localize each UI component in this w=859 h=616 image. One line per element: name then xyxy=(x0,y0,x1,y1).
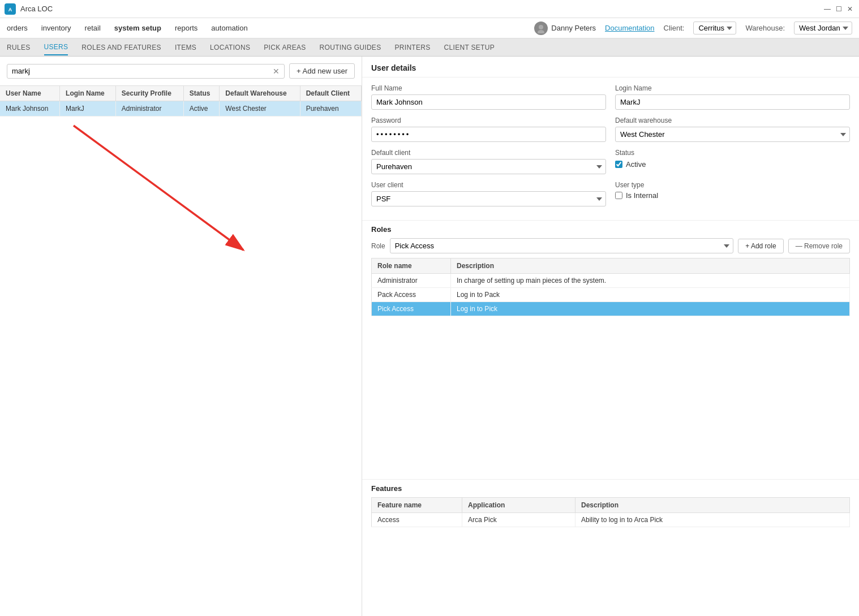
default-warehouse-group: Default warehouse West Chester xyxy=(615,117,850,142)
role-name-cell: Pick Access xyxy=(372,302,451,316)
nav-inventory[interactable]: inventory xyxy=(41,20,71,36)
svg-point-3 xyxy=(538,30,544,33)
user-table: User Name Login Name Security Profile St… xyxy=(0,86,362,117)
user-table-wrapper: User Name Login Name Security Profile St… xyxy=(0,86,362,616)
col-role-name: Role name xyxy=(372,259,451,274)
subnav-roles-features[interactable]: ROLES AND FEATURES xyxy=(81,40,161,55)
search-bar: ✕ + Add new user xyxy=(0,57,362,86)
status-label: Status xyxy=(615,149,850,157)
titlebar-left: A Arca LOC xyxy=(5,3,53,15)
subnav: RULES USERS ROLES AND FEATURES ITEMS LOC… xyxy=(0,38,859,57)
nav-automation[interactable]: automation xyxy=(211,20,247,36)
svg-text:A: A xyxy=(8,7,12,12)
role-desc-cell: Log in to Pack xyxy=(451,288,850,302)
features-table-header-row: Feature name Application Description xyxy=(372,498,850,513)
col-security-profile: Security Profile xyxy=(115,86,183,101)
features-section: Features Feature name Application Descri… xyxy=(362,479,859,532)
is-internal-label: Is Internal xyxy=(626,191,658,200)
role-label: Role xyxy=(371,242,385,250)
cell-default-client: Purehaven xyxy=(300,101,361,117)
form-row-password: Password Default warehouse West Chester xyxy=(371,117,850,142)
user-details-header: User details xyxy=(362,57,859,77)
features-header: Features xyxy=(371,484,850,493)
nav-orders[interactable]: orders xyxy=(7,20,28,36)
roles-header: Roles xyxy=(371,225,850,234)
role-controls: Role Pick Access Administrator Pack Acce… xyxy=(371,238,850,253)
client-select[interactable]: Cerritus xyxy=(693,21,736,35)
subnav-client-setup[interactable]: CLIENT SETUP xyxy=(444,40,495,55)
user-info: Danny Peters xyxy=(534,21,596,35)
cell-login-name: MarkJ xyxy=(60,101,116,117)
table-row[interactable]: Mark Johnson MarkJ Administrator Active … xyxy=(0,101,362,117)
table-row[interactable]: Administrator In charge of setting up ma… xyxy=(372,274,850,288)
subnav-locations[interactable]: LOCATIONS xyxy=(210,40,250,55)
status-active-checkbox[interactable] xyxy=(615,161,622,168)
subnav-pick-areas[interactable]: PICK AREAS xyxy=(264,40,306,55)
main-content: ✕ + Add new user User Name Login Name Se… xyxy=(0,57,859,616)
role-desc-cell: Log in to Pick xyxy=(451,302,850,316)
menubar: orders inventory retail system setup rep… xyxy=(0,18,859,38)
close-button[interactable]: ✕ xyxy=(845,5,854,14)
password-input[interactable] xyxy=(371,127,606,142)
full-name-group: Full Name xyxy=(371,84,606,110)
default-client-label: Default client xyxy=(371,149,606,157)
subnav-rules[interactable]: RULES xyxy=(7,40,31,55)
list-item[interactable]: Access Arca Pick Ability to log in to Ar… xyxy=(372,513,850,527)
default-client-select[interactable]: Purehaven xyxy=(371,159,606,174)
col-feature-description: Description xyxy=(575,498,850,513)
col-status: Status xyxy=(183,86,220,101)
subnav-routing-guides[interactable]: ROUTING GUIDES xyxy=(320,40,381,55)
nav-retail[interactable]: retail xyxy=(85,20,101,36)
login-name-label: Login Name xyxy=(615,84,850,92)
status-group: Status Active xyxy=(615,149,850,174)
form-row-user-client: User client PSF User type Is Internal xyxy=(371,181,850,206)
col-feature-application: Application xyxy=(462,498,575,513)
search-input[interactable] xyxy=(12,67,273,75)
user-type-group: User type Is Internal xyxy=(615,181,850,206)
user-name: Danny Peters xyxy=(551,24,596,32)
role-name-cell: Pack Access xyxy=(372,288,451,302)
status-active-group: Active xyxy=(615,160,850,169)
default-client-group: Default client Purehaven xyxy=(371,149,606,174)
add-user-button[interactable]: + Add new user xyxy=(289,63,355,79)
client-label: Client: xyxy=(664,24,685,32)
nav-system-setup[interactable]: system setup xyxy=(114,20,161,36)
remove-role-button[interactable]: — Remove role xyxy=(788,239,850,253)
warehouse-select[interactable]: West Jordan xyxy=(794,21,852,35)
user-client-group: User client PSF xyxy=(371,181,606,206)
status-active-label: Active xyxy=(626,160,646,169)
subnav-printers[interactable]: PRINTERS xyxy=(394,40,430,55)
form-row-client-status: Default client Purehaven Status Active xyxy=(371,149,850,174)
form-row-name: Full Name Login Name xyxy=(371,84,850,110)
user-details-form: Full Name Login Name Password Default wa… xyxy=(362,77,859,220)
password-group: Password xyxy=(371,117,606,142)
user-table-header-row: User Name Login Name Security Profile St… xyxy=(0,86,362,101)
default-warehouse-label: Default warehouse xyxy=(615,117,850,124)
minimize-button[interactable]: — xyxy=(823,5,832,14)
cell-security-profile: Administrator xyxy=(115,101,183,117)
role-select-wrapper: Pick Access Administrator Pack Access xyxy=(390,238,734,253)
col-role-description: Description xyxy=(451,259,850,274)
default-warehouse-select[interactable]: West Chester xyxy=(615,127,850,142)
nav-reports[interactable]: reports xyxy=(175,20,197,36)
full-name-input[interactable] xyxy=(371,94,606,110)
login-name-input[interactable] xyxy=(615,94,850,110)
table-row[interactable]: Pack Access Log in to Pack xyxy=(372,288,850,302)
clear-search-button[interactable]: ✕ xyxy=(273,67,280,76)
subnav-users[interactable]: USERS xyxy=(44,40,68,55)
app-logo: A xyxy=(5,3,16,15)
menubar-right: Danny Peters Documentation Client: Cerri… xyxy=(534,21,852,35)
table-row[interactable]: Pick Access Log in to Pick xyxy=(372,302,850,316)
col-default-client: Default Client xyxy=(300,86,361,101)
user-client-select[interactable]: PSF xyxy=(371,191,606,206)
avatar xyxy=(534,21,548,35)
is-internal-checkbox[interactable] xyxy=(615,192,622,199)
maximize-button[interactable]: ☐ xyxy=(834,5,843,14)
subnav-items[interactable]: ITEMS xyxy=(175,40,196,55)
add-role-button[interactable]: + Add role xyxy=(738,239,783,253)
is-internal-group: Is Internal xyxy=(615,191,850,200)
cell-default-warehouse: West Chester xyxy=(220,101,300,117)
documentation-link[interactable]: Documentation xyxy=(605,24,654,32)
features-table: Feature name Application Description Acc… xyxy=(371,497,850,527)
role-select[interactable]: Pick Access Administrator Pack Access xyxy=(390,238,734,253)
